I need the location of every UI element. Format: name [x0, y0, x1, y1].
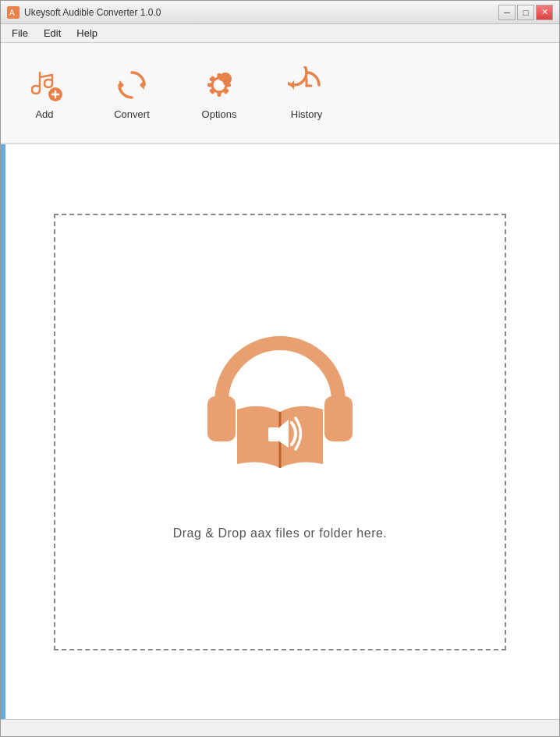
title-bar: A Ukeysoft Audible Converter 1.0.0 ─ □ ✕	[1, 1, 559, 24]
title-bar-left: A Ukeysoft Audible Converter 1.0.0	[7, 6, 161, 19]
left-accent-bar	[1, 144, 5, 719]
close-button[interactable]: ✕	[536, 5, 553, 20]
maximize-button[interactable]: □	[517, 5, 534, 20]
svg-marker-5	[140, 80, 144, 90]
svg-rect-24	[268, 427, 279, 441]
svg-marker-6	[119, 80, 124, 90]
app-icon: A	[7, 6, 19, 19]
app-window: A Ukeysoft Audible Converter 1.0.0 ─ □ ✕…	[0, 0, 560, 737]
svg-rect-12	[225, 83, 231, 87]
options-label: Options	[202, 108, 237, 120]
menu-file[interactable]: File	[4, 26, 36, 41]
svg-marker-18	[290, 80, 294, 90]
history-label: History	[291, 108, 322, 120]
drop-zone-text: Drag & Drop aax files or folder here.	[173, 526, 388, 540]
title-bar-buttons: ─ □ ✕	[498, 5, 553, 20]
svg-rect-22	[324, 396, 353, 441]
drop-zone[interactable]: Drag & Drop aax files or folder here.	[54, 214, 506, 650]
menu-help[interactable]: Help	[69, 26, 105, 41]
svg-rect-9	[218, 73, 222, 79]
add-label: Add	[35, 108, 53, 120]
menu-edit[interactable]: Edit	[36, 26, 69, 41]
status-bar	[1, 719, 559, 736]
svg-text:A: A	[9, 9, 15, 17]
convert-icon	[113, 66, 151, 104]
options-button[interactable]: Options	[191, 60, 247, 126]
svg-rect-11	[207, 83, 213, 87]
history-button[interactable]: History	[278, 60, 335, 126]
window-title: Ukeysoft Audible Converter 1.0.0	[24, 7, 161, 18]
convert-label: Convert	[114, 108, 150, 120]
add-button[interactable]: Add	[16, 60, 73, 126]
add-music-icon	[26, 66, 63, 104]
menu-bar: File Edit Help	[1, 24, 559, 43]
drop-zone-illustration	[190, 324, 370, 503]
svg-rect-21	[207, 396, 236, 441]
svg-rect-10	[218, 91, 222, 97]
convert-button[interactable]: Convert	[104, 60, 160, 126]
svg-point-17	[215, 80, 224, 89]
history-icon	[288, 66, 325, 104]
main-content: Drag & Drop aax files or folder here.	[1, 144, 559, 719]
minimize-button[interactable]: ─	[498, 5, 516, 20]
toolbar: Add Convert	[1, 43, 559, 144]
options-icon	[200, 66, 238, 104]
